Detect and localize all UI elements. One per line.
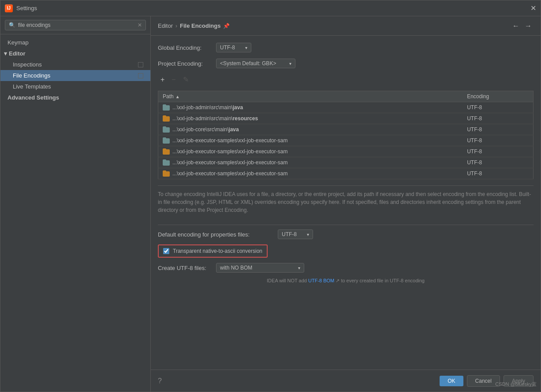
- search-input-wrapper: 🔍 ✕: [5, 20, 146, 30]
- table-row[interactable]: ...\xxl-job-executor-samples\xxl-job-exe…: [158, 157, 534, 168]
- path-cell: ...\xxl-job-executor-samples\xxl-job-exe…: [158, 146, 463, 157]
- inspections-label: Inspections: [13, 61, 42, 68]
- folder-icon: [163, 148, 170, 155]
- encoding-cell: UTF-8: [463, 124, 533, 135]
- transparent-conversion-checkbox[interactable]: [163, 248, 169, 254]
- encoding-cell: UTF-8: [463, 146, 533, 157]
- chevron-down-icon: ▾: [4, 50, 7, 57]
- path-text: ...\xxl-job-admin\src\main\resources: [172, 115, 258, 122]
- search-input[interactable]: [18, 22, 135, 28]
- edit-button[interactable]: ✎: [180, 74, 191, 85]
- sidebar-item-advanced-settings[interactable]: Advanced Settings: [0, 92, 150, 103]
- project-encoding-value: <System Default: GBK>: [220, 60, 276, 67]
- sidebar-item-keymap[interactable]: Keymap: [0, 37, 150, 48]
- default-encoding-label: Default encoding for properties files:: [158, 231, 272, 238]
- path-cell: ...\xxl-job-admin\src\main\java: [158, 102, 463, 113]
- path-cell: ...\xxl-job-executor-samples\xxl-job-exe…: [158, 157, 463, 168]
- right-panel: Editor › File Encodings 📌 ← → Global Enc…: [151, 16, 541, 392]
- editor-label: Editor: [9, 50, 26, 57]
- info-text: To change encoding IntelliJ IDEA uses fo…: [158, 185, 534, 218]
- create-utf8-row: Create UTF-8 files: with NO BOM ▾: [158, 263, 534, 273]
- main-content: 🔍 ✕ Keymap ▾ Editor Inspections File Enc…: [0, 16, 541, 392]
- search-clear-icon[interactable]: ✕: [138, 22, 142, 28]
- close-button[interactable]: ✕: [530, 4, 536, 12]
- folder-icon: [163, 137, 170, 144]
- forward-button[interactable]: →: [523, 21, 534, 31]
- table-row[interactable]: ...\xxl-job-core\src\main\javaUTF-8: [158, 124, 534, 135]
- default-encoding-arrow: ▾: [307, 232, 309, 237]
- title-bar-left: IJ Settings: [5, 4, 37, 12]
- table-row[interactable]: ...\xxl-job-executor-samples\xxl-job-exe…: [158, 146, 534, 157]
- col-encoding-header: Encoding: [463, 91, 533, 102]
- encoding-cell: UTF-8: [463, 113, 533, 124]
- sidebar-item-file-encodings[interactable]: File Encodings: [0, 70, 150, 81]
- create-utf8-arrow: ▾: [298, 266, 300, 270]
- ok-button[interactable]: OK: [440, 376, 463, 386]
- encoding-table: Path ▲ Encoding ...\xxl-job-admin\src\ma…: [158, 91, 534, 179]
- watermark: CSDN @bluesky蓝: [495, 381, 537, 388]
- settings-window: IJ Settings ✕ 🔍 ✕ Keymap ▾ Editor: [0, 0, 541, 392]
- title-bar: IJ Settings ✕: [0, 0, 541, 16]
- settings-icon: [138, 62, 143, 67]
- path-cell: ...\xxl-job-executor-samples\xxl-job-exe…: [158, 135, 463, 146]
- sort-icon: ▲: [175, 94, 180, 99]
- create-utf8-value: with NO BOM: [220, 265, 252, 271]
- project-encoding-label: Project Encoding:: [158, 60, 211, 67]
- back-button[interactable]: ←: [511, 21, 521, 31]
- breadcrumb-current: File Encodings: [180, 22, 220, 29]
- project-encoding-row: Project Encoding: <System Default: GBK> …: [158, 59, 534, 68]
- dropdown-arrow-icon: ▾: [245, 45, 247, 50]
- path-cell: ...\xxl-job-core\src\main\java: [158, 124, 463, 135]
- path-cell: ...\xxl-job-executor-samples\xxl-job-exe…: [158, 168, 463, 179]
- sidebar-item-live-templates[interactable]: Live Templates: [0, 81, 150, 92]
- path-cell: ...\xxl-job-admin\src\main\resources: [158, 113, 463, 124]
- checkbox-label: Transparent native-to-ascii conversion: [173, 248, 262, 254]
- sidebar-nav: Keymap ▾ Editor Inspections File Encodin…: [0, 34, 150, 392]
- table-toolbar: + − ✎: [158, 74, 534, 85]
- encoding-cell: UTF-8: [463, 157, 533, 168]
- path-text: ...\xxl-job-executor-samples\xxl-job-exe…: [172, 159, 287, 166]
- pin-icon[interactable]: 📌: [223, 23, 230, 29]
- sidebar-item-inspections[interactable]: Inspections: [0, 59, 150, 70]
- breadcrumb-separator: ›: [175, 23, 177, 29]
- help-button[interactable]: ?: [158, 377, 162, 385]
- sidebar-item-editor[interactable]: ▾ Editor: [0, 48, 150, 59]
- table-row[interactable]: ...\xxl-job-admin\src\main\resourcesUTF-…: [158, 113, 534, 124]
- default-encoding-row: Default encoding for properties files: U…: [158, 229, 534, 239]
- utf8-bom-link[interactable]: UTF-8 BOM: [308, 278, 334, 283]
- global-encoding-row: Global Encoding: UTF-8 ▾: [158, 43, 534, 52]
- panel-header: Editor › File Encodings 📌 ← →: [151, 16, 541, 36]
- add-button[interactable]: +: [158, 75, 167, 85]
- remove-button[interactable]: −: [169, 75, 178, 85]
- breadcrumb-parent: Editor: [158, 22, 173, 29]
- table-row[interactable]: ...\xxl-job-admin\src\main\javaUTF-8: [158, 102, 534, 113]
- global-encoding-value: UTF-8: [220, 44, 235, 51]
- col-path-header: Path ▲: [158, 91, 463, 102]
- path-text: ...\xxl-job-core\src\main\java: [172, 126, 239, 133]
- table-row[interactable]: ...\xxl-job-executor-samples\xxl-job-exe…: [158, 135, 534, 146]
- checkbox-row: Transparent native-to-ascii conversion: [158, 244, 268, 258]
- file-encodings-label: File Encodings: [13, 72, 50, 79]
- sidebar: 🔍 ✕ Keymap ▾ Editor Inspections File Enc…: [0, 16, 151, 392]
- table-row[interactable]: ...\xxl-job-executor-samples\xxl-job-exe…: [158, 168, 534, 179]
- encoding-cell: UTF-8: [463, 168, 533, 179]
- folder-icon: [163, 126, 170, 133]
- search-box: 🔍 ✕: [0, 16, 150, 34]
- create-utf8-dropdown[interactable]: with NO BOM ▾: [216, 263, 304, 273]
- folder-icon: [163, 170, 170, 177]
- encoding-cell: UTF-8: [463, 102, 533, 113]
- panel-body: Global Encoding: UTF-8 ▾ Project Encodin…: [151, 36, 541, 370]
- project-encoding-dropdown[interactable]: <System Default: GBK> ▾: [216, 59, 295, 68]
- create-utf8-label: Create UTF-8 files:: [158, 265, 211, 271]
- dropdown-arrow-icon2: ▾: [289, 61, 291, 66]
- settings-icon-active: [138, 73, 143, 78]
- path-text: ...\xxl-job-executor-samples\xxl-job-exe…: [172, 148, 287, 155]
- dialog-footer: ? OK Cancel Apply: [151, 370, 541, 392]
- folder-icon: [163, 104, 170, 111]
- search-icon: 🔍: [9, 22, 15, 28]
- folder-icon: [163, 159, 170, 166]
- nav-arrows: ← →: [511, 21, 534, 31]
- utf8-note-text1: IDEA will NOT add: [267, 278, 308, 283]
- global-encoding-dropdown[interactable]: UTF-8 ▾: [216, 43, 251, 52]
- default-encoding-dropdown[interactable]: UTF-8 ▾: [278, 229, 313, 239]
